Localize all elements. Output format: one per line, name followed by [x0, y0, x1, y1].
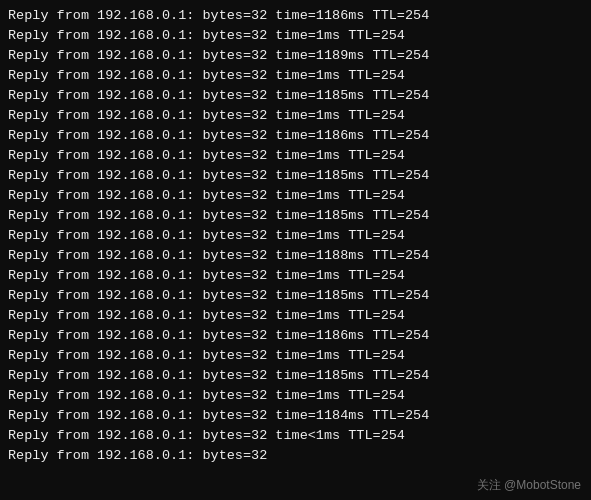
terminal-line: Reply from 192.168.0.1: bytes=32	[8, 446, 583, 466]
terminal-line: Reply from 192.168.0.1: bytes=32 time=1m…	[8, 66, 583, 86]
terminal-line: Reply from 192.168.0.1: bytes=32 time=11…	[8, 86, 583, 106]
terminal-line: Reply from 192.168.0.1: bytes=32 time=11…	[8, 206, 583, 226]
terminal-line: Reply from 192.168.0.1: bytes=32 time=11…	[8, 126, 583, 146]
terminal-line: Reply from 192.168.0.1: bytes=32 time=1m…	[8, 306, 583, 326]
terminal-line: Reply from 192.168.0.1: bytes=32 time=1m…	[8, 146, 583, 166]
terminal-line: Reply from 192.168.0.1: bytes=32 time=1m…	[8, 26, 583, 46]
terminal-line: Reply from 192.168.0.1: bytes=32 time=1m…	[8, 346, 583, 366]
terminal-line: Reply from 192.168.0.1: bytes=32 time=11…	[8, 46, 583, 66]
terminal-line: Reply from 192.168.0.1: bytes=32 time=1m…	[8, 226, 583, 246]
terminal-line: Reply from 192.168.0.1: bytes=32 time=1m…	[8, 266, 583, 286]
terminal-line: Reply from 192.168.0.1: bytes=32 time=11…	[8, 326, 583, 346]
terminal-line: Reply from 192.168.0.1: bytes=32 time<1m…	[8, 426, 583, 446]
terminal-line: Reply from 192.168.0.1: bytes=32 time=1m…	[8, 186, 583, 206]
terminal-line: Reply from 192.168.0.1: bytes=32 time=11…	[8, 246, 583, 266]
terminal-line: Reply from 192.168.0.1: bytes=32 time=11…	[8, 406, 583, 426]
terminal-line: Reply from 192.168.0.1: bytes=32 time=11…	[8, 286, 583, 306]
watermark: 关注 @MobotStone	[477, 477, 581, 494]
terminal-line: Reply from 192.168.0.1: bytes=32 time=11…	[8, 6, 583, 26]
terminal-line: Reply from 192.168.0.1: bytes=32 time=1m…	[8, 386, 583, 406]
terminal-line: Reply from 192.168.0.1: bytes=32 time=11…	[8, 166, 583, 186]
terminal-line: Reply from 192.168.0.1: bytes=32 time=11…	[8, 366, 583, 386]
terminal-window: Reply from 192.168.0.1: bytes=32 time=11…	[0, 0, 591, 500]
terminal-line: Reply from 192.168.0.1: bytes=32 time=1m…	[8, 106, 583, 126]
